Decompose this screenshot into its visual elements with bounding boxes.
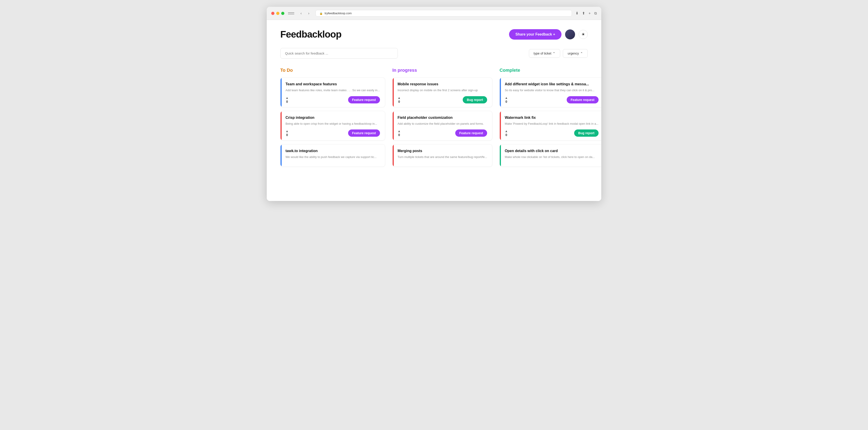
upvote-button[interactable]: ▲	[505, 96, 508, 99]
browser-chrome: ‹ › 🔒 tryfeedbackloop.com ⬇ ⬆ + ⧉	[267, 7, 601, 20]
download-button[interactable]: ⬇	[576, 11, 579, 16]
vote-count: 0	[286, 100, 288, 104]
app-content: Feedbackloop Share your Feedback + ☀ typ…	[267, 20, 601, 201]
card-border-red	[393, 78, 394, 107]
card-border-blue	[281, 144, 282, 167]
filter-buttons: type of ticket ⌃ urgency ⌃	[529, 49, 588, 58]
browser-actions: ⬇ ⬆ + ⧉	[576, 11, 597, 16]
vote-count: 0	[286, 133, 288, 137]
vote-count: 0	[398, 133, 400, 137]
vote-section: ▲ 0	[505, 96, 508, 104]
card-border-red	[281, 111, 282, 141]
ticket-type-filter-button[interactable]: type of ticket ⌃	[529, 49, 560, 58]
nav-buttons: ‹ ›	[298, 10, 312, 17]
card-footer: ▲ 0 Feature request	[505, 96, 598, 104]
card-team-workspace[interactable]: Team and workspace features Add team fea…	[280, 78, 385, 107]
card-border-red	[393, 144, 394, 167]
kanban-column-inprogress: In progress Mobile response issues Incor…	[393, 68, 492, 170]
card-border-green	[500, 144, 501, 167]
card-title: Open details with click on card	[505, 149, 598, 153]
fullscreen-traffic-light[interactable]	[281, 12, 284, 15]
card-desc: We would like the ability to push feedba…	[285, 155, 380, 159]
address-bar[interactable]: 🔒 tryfeedbackloop.com	[315, 10, 572, 17]
card-title: Field placeholder customization	[398, 116, 487, 120]
kanban-column-todo: To Do Team and workspace features Add te…	[280, 68, 385, 170]
vote-section: ▲ 0	[398, 130, 401, 137]
ticket-type-chevron: ⌃	[553, 52, 555, 55]
card-title: Team and workspace features	[285, 82, 380, 86]
column-header-todo: To Do	[280, 68, 385, 73]
card-title: Mobile response issues	[398, 82, 487, 86]
sidebar-toggle-button[interactable]	[288, 11, 294, 16]
upvote-button[interactable]: ▲	[285, 96, 289, 99]
browser-window: ‹ › 🔒 tryfeedbackloop.com ⬇ ⬆ + ⧉ Feedba…	[267, 7, 601, 201]
kanban-column-complete: Complete Add different widget icon like …	[500, 68, 601, 170]
column-header-inprogress: In progress	[393, 68, 492, 73]
card-watermark-link-fix[interactable]: Watermark link fix Make 'Powerd by Feedb…	[500, 111, 601, 141]
tag-feature-request[interactable]: Feature request	[348, 96, 380, 104]
upvote-button[interactable]: ▲	[398, 130, 401, 133]
share-feedback-button[interactable]: Share your Feedback +	[509, 29, 561, 39]
card-desc: So its easy for website visitor to know …	[505, 88, 598, 92]
tag-bug-report[interactable]: Bug report	[574, 130, 598, 137]
avatar[interactable]	[565, 29, 575, 39]
urgency-filter-button[interactable]: urgency ⌃	[563, 49, 588, 58]
back-button[interactable]: ‹	[298, 10, 304, 17]
search-input-wrapper	[280, 48, 398, 59]
card-border-blue	[500, 78, 501, 107]
card-title: tawk.to integration	[285, 149, 380, 153]
upvote-button[interactable]: ▲	[285, 130, 289, 133]
card-footer: ▲ 0 Feature request	[285, 130, 380, 137]
card-merging-posts[interactable]: Merging posts Turn multiple tickets that…	[393, 144, 492, 167]
card-desc: Incorrect display on mobile on the first…	[398, 88, 487, 92]
tag-feature-request[interactable]: Feature request	[567, 96, 598, 104]
card-desc: Being able to open crisp from the widget…	[285, 121, 380, 126]
tag-feature-request[interactable]: Feature request	[348, 130, 380, 137]
card-open-details[interactable]: Open details with click on card Make who…	[500, 144, 601, 167]
card-desc: Add team features like roles, invite tea…	[285, 88, 380, 92]
forward-button[interactable]: ›	[306, 10, 312, 17]
theme-toggle-button[interactable]: ☀	[579, 30, 588, 39]
card-desc: Make whole row clickable on 'list of tic…	[505, 155, 598, 159]
vote-section: ▲ 0	[285, 130, 289, 137]
app-title: Feedbackloop	[280, 29, 341, 40]
header-actions: Share your Feedback + ☀	[509, 29, 588, 39]
share-browser-button[interactable]: ⬆	[582, 11, 585, 16]
urgency-chevron: ⌃	[580, 52, 583, 55]
card-desc: Make 'Powerd by FeedbackLoop' link in fe…	[505, 121, 598, 126]
kanban-board: To Do Team and workspace features Add te…	[280, 68, 588, 170]
tag-bug-report[interactable]: Bug report	[463, 96, 487, 104]
vote-section: ▲ 0	[285, 96, 289, 104]
url-text: tryfeedbackloop.com	[324, 11, 352, 15]
upvote-button[interactable]: ▲	[505, 130, 508, 133]
card-title: Merging posts	[398, 149, 487, 153]
minimize-traffic-light[interactable]	[276, 12, 279, 15]
ticket-type-label: type of ticket	[534, 52, 552, 55]
upvote-button[interactable]: ▲	[398, 96, 401, 99]
lock-icon: 🔒	[319, 12, 323, 15]
card-title: Watermark link fix	[505, 116, 598, 120]
card-footer: ▲ 0 Bug report	[505, 130, 598, 137]
search-input[interactable]	[280, 48, 398, 59]
card-title: Crisp integration	[285, 116, 380, 120]
card-tawkto-integration[interactable]: tawk.to integration We would like the ab…	[280, 144, 385, 167]
vote-count: 0	[505, 133, 507, 137]
traffic-lights	[271, 12, 284, 15]
tabs-button[interactable]: ⧉	[594, 11, 597, 16]
new-tab-button[interactable]: +	[589, 11, 591, 16]
urgency-label: urgency	[567, 52, 579, 55]
card-field-placeholder[interactable]: Field placeholder customization Add abil…	[393, 111, 492, 141]
search-filters: type of ticket ⌃ urgency ⌃	[280, 48, 588, 59]
close-traffic-light[interactable]	[271, 12, 274, 15]
card-desc: Add ability to customize the field place…	[398, 121, 487, 126]
card-border-blue	[281, 78, 282, 107]
column-header-complete: Complete	[500, 68, 601, 73]
tag-feature-request[interactable]: Feature request	[455, 130, 487, 137]
vote-count: 0	[505, 100, 507, 104]
vote-count: 0	[398, 100, 400, 104]
card-widget-icon[interactable]: Add different widget icon like settings …	[500, 78, 601, 107]
card-border-red	[393, 111, 394, 141]
card-crisp-integration[interactable]: Crisp integration Being able to open cri…	[280, 111, 385, 141]
card-mobile-response[interactable]: Mobile response issues Incorrect display…	[393, 78, 492, 107]
card-footer: ▲ 0 Bug report	[398, 96, 487, 104]
